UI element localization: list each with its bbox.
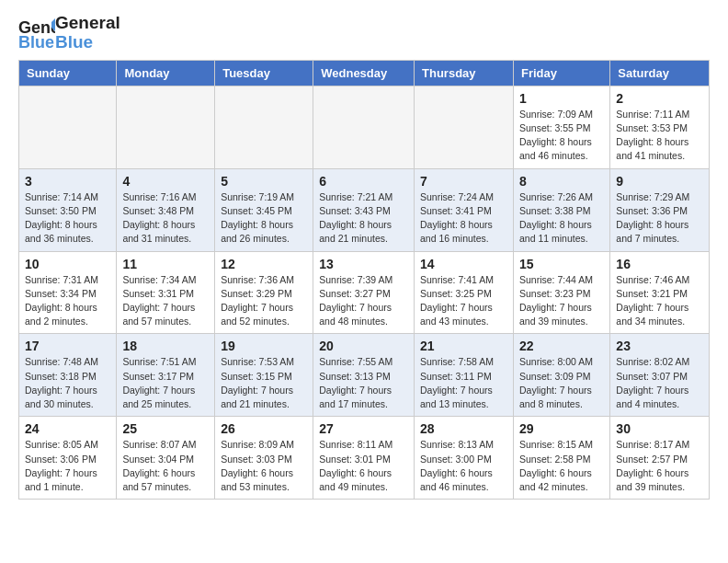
logo-icon: General Blue — [18, 15, 55, 52]
calendar-cell — [415, 86, 514, 168]
day-number: 5 — [221, 174, 307, 189]
day-info: Sunrise: 8:05 AMSunset: 3:06 PMDaylight:… — [25, 438, 110, 494]
day-number: 4 — [122, 174, 209, 189]
day-info: Sunrise: 7:48 AMSunset: 3:18 PMDaylight:… — [25, 355, 110, 411]
day-number: 30 — [616, 421, 703, 436]
day-info: Sunrise: 7:31 AMSunset: 3:34 PMDaylight:… — [25, 273, 110, 329]
logo-blue: Blue — [55, 33, 120, 52]
weekday-header-tuesday: Tuesday — [215, 60, 313, 86]
svg-text:Blue: Blue — [18, 33, 54, 52]
calendar-cell: 18Sunrise: 7:51 AMSunset: 3:17 PMDayligh… — [117, 334, 215, 417]
day-info: Sunrise: 7:09 AMSunset: 3:55 PMDaylight:… — [519, 108, 604, 164]
day-info: Sunrise: 7:19 AMSunset: 3:45 PMDaylight:… — [221, 190, 307, 247]
day-info: Sunrise: 7:26 AMSunset: 3:38 PMDaylight:… — [519, 190, 604, 247]
day-number: 18 — [122, 339, 209, 353]
calendar-cell: 6Sunrise: 7:21 AMSunset: 3:43 PMDaylight… — [313, 168, 415, 251]
day-info: Sunrise: 7:16 AMSunset: 3:48 PMDaylight:… — [122, 190, 209, 247]
calendar-cell: 12Sunrise: 7:36 AMSunset: 3:29 PMDayligh… — [215, 251, 313, 334]
calendar-cell: 17Sunrise: 7:48 AMSunset: 3:18 PMDayligh… — [19, 334, 117, 417]
calendar-week-row: 3Sunrise: 7:14 AMSunset: 3:50 PMDaylight… — [19, 168, 710, 251]
day-number: 11 — [122, 257, 209, 271]
day-info: Sunrise: 7:36 AMSunset: 3:29 PMDaylight:… — [221, 273, 307, 329]
calendar-cell — [215, 86, 313, 168]
calendar-cell: 28Sunrise: 8:13 AMSunset: 3:00 PMDayligh… — [415, 417, 514, 500]
calendar-cell: 5Sunrise: 7:19 AMSunset: 3:45 PMDaylight… — [215, 168, 313, 251]
weekday-header-saturday: Saturday — [610, 60, 710, 86]
day-number: 10 — [25, 257, 110, 271]
day-info: Sunrise: 7:51 AMSunset: 3:17 PMDaylight:… — [122, 355, 209, 411]
day-number: 14 — [420, 257, 507, 271]
calendar-cell: 7Sunrise: 7:24 AMSunset: 3:41 PMDaylight… — [415, 168, 514, 251]
day-info: Sunrise: 8:00 AMSunset: 3:09 PMDaylight:… — [519, 355, 604, 411]
day-info: Sunrise: 7:34 AMSunset: 3:31 PMDaylight:… — [122, 273, 209, 329]
day-number: 27 — [319, 421, 408, 436]
weekday-header-thursday: Thursday — [415, 60, 514, 86]
calendar-cell — [313, 86, 415, 168]
calendar-cell — [117, 86, 215, 168]
day-info: Sunrise: 7:11 AMSunset: 3:53 PMDaylight:… — [616, 108, 703, 164]
day-number: 7 — [420, 174, 507, 189]
calendar-week-row: 17Sunrise: 7:48 AMSunset: 3:18 PMDayligh… — [19, 334, 710, 417]
day-info: Sunrise: 7:44 AMSunset: 3:23 PMDaylight:… — [519, 273, 604, 329]
day-info: Sunrise: 7:39 AMSunset: 3:27 PMDaylight:… — [319, 273, 408, 329]
day-info: Sunrise: 8:13 AMSunset: 3:00 PMDaylight:… — [420, 438, 507, 494]
calendar-cell: 25Sunrise: 8:07 AMSunset: 3:04 PMDayligh… — [117, 417, 215, 500]
day-number: 26 — [221, 421, 307, 436]
calendar-cell: 10Sunrise: 7:31 AMSunset: 3:34 PMDayligh… — [19, 251, 117, 334]
logo: General Blue General Blue — [18, 14, 120, 52]
day-info: Sunrise: 8:15 AMSunset: 2:58 PMDaylight:… — [519, 438, 604, 494]
day-info: Sunrise: 7:21 AMSunset: 3:43 PMDaylight:… — [319, 190, 408, 247]
day-number: 8 — [519, 174, 604, 189]
day-number: 20 — [319, 339, 408, 353]
day-number: 15 — [519, 257, 604, 271]
calendar-cell: 24Sunrise: 8:05 AMSunset: 3:06 PMDayligh… — [19, 417, 117, 500]
day-info: Sunrise: 7:41 AMSunset: 3:25 PMDaylight:… — [420, 273, 507, 329]
day-number: 6 — [319, 174, 408, 189]
calendar-cell: 13Sunrise: 7:39 AMSunset: 3:27 PMDayligh… — [313, 251, 415, 334]
day-number: 24 — [25, 421, 110, 436]
day-info: Sunrise: 8:07 AMSunset: 3:04 PMDaylight:… — [122, 438, 209, 494]
day-info: Sunrise: 7:24 AMSunset: 3:41 PMDaylight:… — [420, 190, 507, 247]
calendar-cell: 9Sunrise: 7:29 AMSunset: 3:36 PMDaylight… — [610, 168, 710, 251]
calendar-cell: 8Sunrise: 7:26 AMSunset: 3:38 PMDaylight… — [513, 168, 609, 251]
calendar-cell: 23Sunrise: 8:02 AMSunset: 3:07 PMDayligh… — [610, 334, 710, 417]
day-number: 3 — [25, 174, 110, 189]
header-area: General Blue General Blue — [18, 14, 710, 52]
calendar: SundayMondayTuesdayWednesdayThursdayFrid… — [18, 60, 710, 500]
page: General Blue General Blue SundayMondayTu… — [0, 0, 728, 513]
calendar-cell: 19Sunrise: 7:53 AMSunset: 3:15 PMDayligh… — [215, 334, 313, 417]
day-number: 28 — [420, 421, 507, 436]
day-number: 19 — [221, 339, 307, 353]
day-info: Sunrise: 7:29 AMSunset: 3:36 PMDaylight:… — [616, 190, 703, 247]
calendar-cell: 20Sunrise: 7:55 AMSunset: 3:13 PMDayligh… — [313, 334, 415, 417]
day-number: 22 — [519, 339, 604, 353]
weekday-header-friday: Friday — [513, 60, 609, 86]
calendar-cell — [19, 86, 117, 168]
day-number: 21 — [420, 339, 507, 353]
calendar-cell: 4Sunrise: 7:16 AMSunset: 3:48 PMDaylight… — [117, 168, 215, 251]
calendar-cell: 30Sunrise: 8:17 AMSunset: 2:57 PMDayligh… — [610, 417, 710, 500]
day-info: Sunrise: 8:11 AMSunset: 3:01 PMDaylight:… — [319, 438, 408, 494]
day-info: Sunrise: 7:58 AMSunset: 3:11 PMDaylight:… — [420, 355, 507, 411]
weekday-header-row: SundayMondayTuesdayWednesdayThursdayFrid… — [19, 60, 710, 86]
calendar-cell: 2Sunrise: 7:11 AMSunset: 3:53 PMDaylight… — [610, 86, 710, 168]
day-number: 16 — [616, 257, 703, 271]
calendar-cell: 15Sunrise: 7:44 AMSunset: 3:23 PMDayligh… — [513, 251, 609, 334]
weekday-header-sunday: Sunday — [19, 60, 117, 86]
day-number: 29 — [519, 421, 604, 436]
day-info: Sunrise: 7:46 AMSunset: 3:21 PMDaylight:… — [616, 273, 703, 329]
day-info: Sunrise: 7:53 AMSunset: 3:15 PMDaylight:… — [221, 355, 307, 411]
calendar-cell: 3Sunrise: 7:14 AMSunset: 3:50 PMDaylight… — [19, 168, 117, 251]
day-info: Sunrise: 8:17 AMSunset: 2:57 PMDaylight:… — [616, 438, 703, 494]
weekday-header-monday: Monday — [117, 60, 215, 86]
day-number: 17 — [25, 339, 110, 353]
calendar-cell: 14Sunrise: 7:41 AMSunset: 3:25 PMDayligh… — [415, 251, 514, 334]
day-number: 12 — [221, 257, 307, 271]
calendar-cell: 11Sunrise: 7:34 AMSunset: 3:31 PMDayligh… — [117, 251, 215, 334]
day-info: Sunrise: 7:14 AMSunset: 3:50 PMDaylight:… — [25, 190, 110, 247]
calendar-cell: 27Sunrise: 8:11 AMSunset: 3:01 PMDayligh… — [313, 417, 415, 500]
day-number: 1 — [519, 91, 604, 106]
calendar-week-row: 10Sunrise: 7:31 AMSunset: 3:34 PMDayligh… — [19, 251, 710, 334]
day-info: Sunrise: 8:02 AMSunset: 3:07 PMDaylight:… — [616, 355, 703, 411]
day-number: 2 — [616, 91, 703, 106]
